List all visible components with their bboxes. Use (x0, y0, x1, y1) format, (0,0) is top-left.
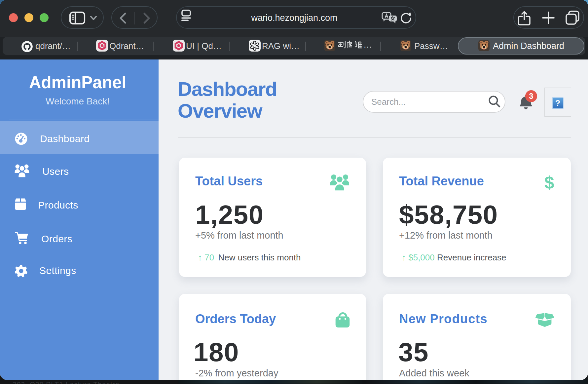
svg-text:…: … (363, 40, 372, 50)
